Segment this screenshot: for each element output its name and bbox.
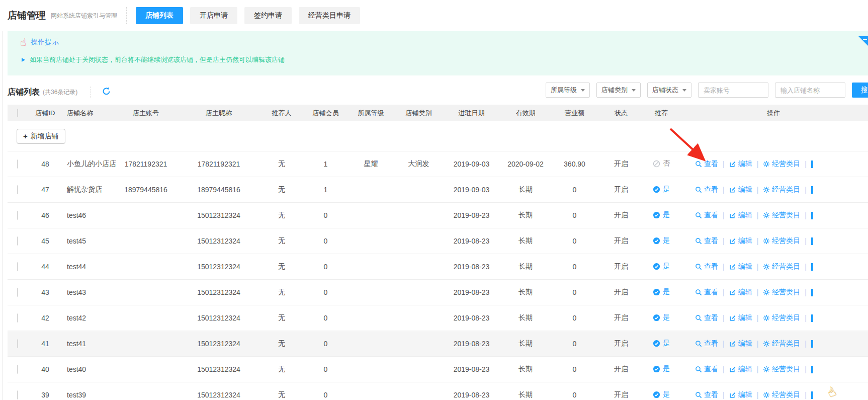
action-label: 经营类目 (772, 185, 800, 194)
row-checkbox[interactable] (17, 313, 18, 323)
clipped-action[interactable] (811, 314, 813, 322)
cell-id: 39 (28, 391, 63, 399)
action-label: 编辑 (738, 365, 752, 374)
clipped-action[interactable] (811, 366, 813, 373)
edit-pencil-icon (729, 161, 736, 168)
view-action[interactable]: 查看 (695, 365, 718, 374)
action-divider: | (723, 211, 725, 219)
clipped-action[interactable] (811, 391, 813, 399)
collapse-corner-icon[interactable] (858, 36, 868, 46)
clipped-action[interactable] (811, 212, 813, 219)
view-action[interactable]: 查看 (695, 185, 718, 194)
category-action[interactable]: 经营类目 (763, 211, 800, 220)
select-all-checkbox[interactable] (17, 109, 18, 117)
category-action[interactable]: 经营类目 (763, 365, 800, 374)
cell-name: test41 (63, 340, 113, 348)
row-checkbox[interactable] (17, 288, 18, 297)
row-checkbox[interactable] (17, 159, 18, 169)
edit-action[interactable]: 编辑 (729, 390, 752, 399)
cell-status: 开启 (598, 313, 644, 323)
recommend-badge: 是 (653, 287, 670, 296)
row-checkbox[interactable] (17, 185, 18, 194)
status-select[interactable]: 店铺状态 (647, 83, 691, 98)
search-button[interactable]: 搜索 (852, 83, 868, 98)
cell-referrer: 无 (259, 211, 304, 220)
row-checkbox[interactable] (17, 365, 18, 374)
check-circle-icon (653, 211, 660, 219)
view-action[interactable]: 查看 (695, 288, 718, 297)
cell-valid_until: 长期 (500, 185, 551, 194)
edit-action[interactable]: 编辑 (729, 159, 752, 169)
category-action[interactable]: 经营类目 (763, 236, 800, 246)
edit-action[interactable]: 编辑 (729, 262, 752, 271)
category-action[interactable]: 经营类目 (763, 390, 800, 399)
tab-bar: 店铺列表开店申请签约申请经营类目申请 (136, 7, 360, 24)
seller-account-input[interactable] (698, 83, 768, 98)
edit-action[interactable]: 编辑 (729, 236, 752, 246)
gear-icon (763, 366, 770, 373)
tab-1[interactable]: 开店申请 (190, 7, 237, 24)
clipped-action[interactable] (811, 161, 813, 168)
view-action[interactable]: 查看 (695, 313, 718, 323)
search-icon (695, 212, 702, 219)
category-action[interactable]: 经营类目 (763, 185, 800, 194)
cell-valid_until: 长期 (500, 339, 551, 348)
level-select-label: 所属等级 (551, 86, 577, 95)
row-checkbox[interactable] (17, 236, 18, 246)
category-action[interactable]: 经营类目 (763, 339, 800, 348)
cell-id: 48 (28, 160, 63, 168)
row-checkbox[interactable] (17, 339, 18, 348)
edit-action[interactable]: 编辑 (729, 365, 752, 374)
cell-account: 18979445816 (113, 186, 179, 194)
column-header-9: 有效期 (500, 109, 551, 118)
edit-action[interactable]: 编辑 (729, 339, 752, 348)
category-action[interactable]: 经营类目 (763, 313, 800, 323)
action-label: 编辑 (738, 262, 752, 271)
table-row: 41test4115012312324无02019-08-23长期0开启是查看|… (8, 331, 868, 357)
tip-row: 如果当前店铺处于关闭状态，前台将不能继续浏览该店铺，但是店主仍然可以编辑该店铺 (22, 55, 868, 64)
row-checkbox[interactable] (17, 262, 18, 271)
view-action[interactable]: 查看 (695, 211, 718, 220)
category-select[interactable]: 店铺类别 (596, 83, 641, 98)
clipped-action[interactable] (811, 340, 813, 348)
level-select[interactable]: 所属等级 (546, 83, 590, 98)
row-actions: 查看|编辑|经营类目| (679, 390, 868, 399)
clipped-action[interactable] (811, 263, 813, 271)
cell-revenue: 0 (551, 365, 598, 373)
view-action[interactable]: 查看 (695, 159, 718, 169)
clipped-action[interactable] (811, 186, 813, 194)
plus-icon: + (23, 132, 28, 140)
category-action[interactable]: 经营类目 (763, 159, 800, 169)
category-action[interactable]: 经营类目 (763, 262, 800, 271)
table-row: 40test4015012312324无02019-08-23长期0开启是查看|… (8, 357, 868, 382)
view-action[interactable]: 查看 (695, 236, 718, 246)
tab-2[interactable]: 签约申请 (244, 7, 292, 24)
action-divider: | (723, 391, 725, 399)
cell-nickname: 15012312324 (179, 288, 259, 296)
tab-0[interactable]: 店铺列表 (136, 7, 183, 24)
action-label: 经营类目 (772, 236, 800, 246)
cell-referrer: 无 (259, 185, 304, 194)
refresh-button[interactable] (101, 87, 111, 97)
clipped-action[interactable] (811, 237, 813, 245)
view-action[interactable]: 查看 (695, 262, 718, 271)
tab-3[interactable]: 经营类目申请 (299, 7, 360, 24)
clipped-action[interactable] (811, 289, 813, 296)
view-action[interactable]: 查看 (695, 339, 718, 348)
action-label: 查看 (704, 185, 718, 194)
cell-nickname: 15012312324 (179, 237, 259, 245)
action-label: 编辑 (738, 236, 752, 246)
tips-banner: ☝ 操作提示 如果当前店铺处于关闭状态，前台将不能继续浏览该店铺，但是店主仍然可… (8, 31, 868, 75)
view-action[interactable]: 查看 (695, 390, 718, 399)
cell-members: 0 (304, 288, 347, 296)
search-icon (695, 314, 702, 322)
edit-action[interactable]: 编辑 (729, 288, 752, 297)
edit-action[interactable]: 编辑 (729, 185, 752, 194)
row-checkbox[interactable] (17, 211, 18, 220)
add-shop-button[interactable]: + 新增店铺 (17, 129, 65, 144)
category-action[interactable]: 经营类目 (763, 288, 800, 297)
shop-name-input[interactable] (775, 83, 845, 98)
row-checkbox[interactable] (17, 390, 18, 399)
edit-action[interactable]: 编辑 (729, 211, 752, 220)
edit-action[interactable]: 编辑 (729, 313, 752, 323)
